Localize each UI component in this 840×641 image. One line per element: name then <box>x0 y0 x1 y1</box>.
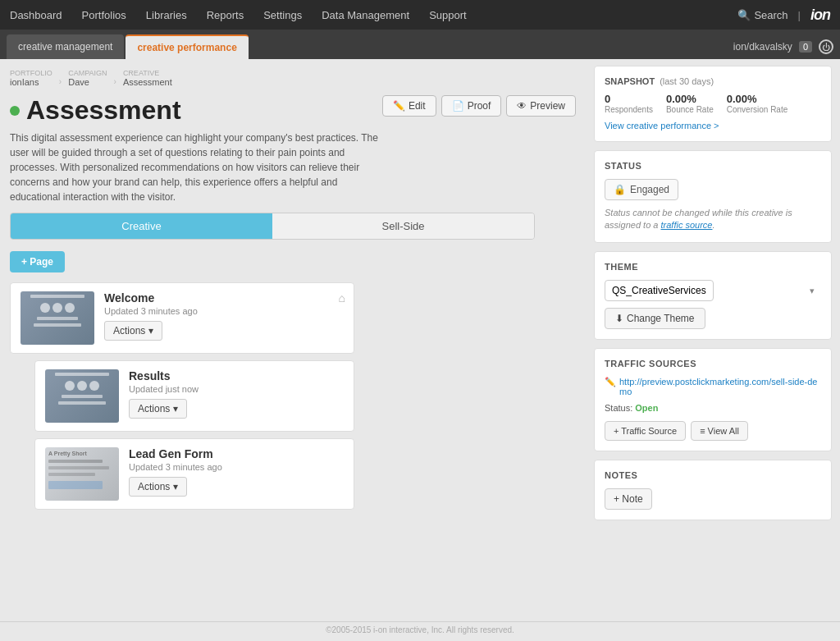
notes-card: NOTES + Note <box>594 460 832 520</box>
metric-bounce: 0.00% Bounce Rate <box>666 93 714 114</box>
traffic-sources-title: TRAFFIC SOURCES <box>605 359 821 369</box>
power-button[interactable]: ⏻ <box>819 39 833 54</box>
preview-icon: 👁 <box>517 100 527 112</box>
page-card-info-welcome: Welcome Updated 3 minutes ago Actions ▾ <box>104 291 344 341</box>
page-card-leadgen: A Pretty Short Lead Gen Form Updated 3 m… <box>34 438 354 510</box>
theme-select-row: QS_CreativeServicesDefaultBlueGreen <box>605 280 821 301</box>
actions-button-leadgen[interactable]: Actions ▾ <box>129 477 187 497</box>
metric-conversion: 0.00% Conversion Rate <box>727 93 788 114</box>
traffic-sources-card: TRAFFIC SOURCES ✏️ http://preview.postcl… <box>594 348 832 451</box>
nav-portfolios[interactable]: Portfolios <box>82 9 126 21</box>
app-logo: ion <box>810 7 830 24</box>
nav-data-management[interactable]: Data Management <box>322 9 409 21</box>
page-card-welcome: Welcome Updated 3 minutes ago Actions ▾ … <box>10 282 354 354</box>
page-thumb-leadgen: A Pretty Short <box>45 447 119 501</box>
right-panel: SNAPSHOT (last 30 days) 0 Respondents 0.… <box>586 59 840 621</box>
lock-icon: 🔒 <box>614 184 626 195</box>
page-card-info-leadgen: Lead Gen Form Updated 3 minutes ago Acti… <box>129 447 344 497</box>
tabs-row: creative management creative performance… <box>0 30 840 59</box>
page-updated-leadgen: Updated 3 minutes ago <box>129 462 344 472</box>
content-tabs: Creative Sell-Side <box>10 213 535 240</box>
header-right: ✏️ Edit 📄 Proof 👁 Preview <box>382 95 576 117</box>
notes-title: NOTES <box>605 470 821 480</box>
nav-settings[interactable]: Settings <box>263 9 302 21</box>
home-icon: ⌂ <box>339 291 345 304</box>
main-tabs: creative management creative performance <box>7 34 249 59</box>
page-name-leadgen: Lead Gen Form <box>129 447 344 460</box>
add-page-button[interactable]: + Page <box>10 251 65 272</box>
user-badge: 0 <box>799 41 812 53</box>
nav-dashboard[interactable]: Dashboard <box>10 9 62 21</box>
theme-select[interactable]: QS_CreativeServicesDefaultBlueGreen <box>605 280 714 301</box>
search-icon: 🔍 <box>737 9 751 21</box>
header-left: Assessment This digital assessment exper… <box>10 95 382 204</box>
actions-button-welcome[interactable]: Actions ▾ <box>104 321 162 341</box>
traffic-url[interactable]: http://preview.postclickmarketing.com/se… <box>619 377 821 396</box>
page-updated-welcome: Updated 3 minutes ago <box>104 306 344 316</box>
page-title: Assessment <box>26 95 181 126</box>
snapshot-card: SNAPSHOT (last 30 days) 0 Respondents 0.… <box>594 66 832 142</box>
tab-creative-management[interactable]: creative management <box>7 34 124 59</box>
page-card-results: Results Updated just now Actions ▾ <box>34 360 354 432</box>
edit-traffic-icon: ✏️ <box>605 377 616 387</box>
view-creative-performance-link[interactable]: View creative performance > <box>605 121 719 130</box>
theme-icon: ⬇ <box>615 313 623 324</box>
nav-support[interactable]: Support <box>429 9 467 21</box>
tab-creative-performance[interactable]: creative performance <box>126 34 248 59</box>
edit-icon: ✏️ <box>393 100 405 112</box>
chevron-down-icon-results: ▾ <box>173 403 178 414</box>
left-panel: PORTFOLIO ionIans › CAMPAIGN Dave › CREA… <box>0 59 586 621</box>
tab-creative[interactable]: Creative <box>11 213 272 239</box>
status-badge: 🔒 Engaged <box>605 179 678 200</box>
page-name-results: Results <box>129 369 344 382</box>
nav-libraries[interactable]: Libraries <box>146 9 187 21</box>
page-title-row: Assessment <box>10 95 382 126</box>
view-all-button[interactable]: ≡ View All <box>691 421 748 441</box>
search-area[interactable]: 🔍 Search <box>737 9 788 21</box>
theme-title: THEME <box>605 262 821 272</box>
theme-card: THEME QS_CreativeServicesDefaultBlueGree… <box>594 251 832 340</box>
chevron-down-icon-leadgen: ▾ <box>173 481 178 492</box>
status-value: Engaged <box>630 184 669 195</box>
traffic-source-link[interactable]: traffic source <box>661 220 713 230</box>
status-card: STATUS 🔒 Engaged Status cannot be change… <box>594 150 832 243</box>
status-note: Status cannot be changed while this crea… <box>605 207 821 232</box>
metric-respondents: 0 Respondents <box>605 93 653 114</box>
add-note-button[interactable]: + Note <box>605 488 652 510</box>
nav-links: Dashboard Portfolios Libraries Reports S… <box>10 9 467 21</box>
actions-button-results[interactable]: Actions ▾ <box>129 399 187 419</box>
top-nav: Dashboard Portfolios Libraries Reports S… <box>0 0 840 30</box>
add-traffic-source-button[interactable]: + Traffic Source <box>605 421 686 441</box>
breadcrumb: PORTFOLIO ionIans › CAMPAIGN Dave › CREA… <box>10 69 576 87</box>
user-label: ion/dkavalsky <box>733 41 792 53</box>
search-label[interactable]: Search <box>754 9 788 21</box>
status-dot <box>10 106 20 116</box>
nav-reports[interactable]: Reports <box>207 9 244 21</box>
page-thumb-welcome <box>21 291 94 345</box>
main-container: PORTFOLIO ionIans › CAMPAIGN Dave › CREA… <box>0 59 840 621</box>
chevron-down-icon: ▾ <box>148 325 153 337</box>
breadcrumb-campaign: CAMPAIGN Dave <box>68 69 107 87</box>
theme-select-wrapper: QS_CreativeServicesDefaultBlueGreen <box>605 280 821 301</box>
tab-sell-side[interactable]: Sell-Side <box>272 213 534 239</box>
breadcrumb-creative: CREATIVE Assessment <box>123 69 172 87</box>
change-theme-button[interactable]: ⬇ Change Theme <box>605 308 705 329</box>
header-content: Assessment This digital assessment exper… <box>10 95 576 204</box>
preview-button[interactable]: 👁 Preview <box>506 95 576 117</box>
proof-button[interactable]: 📄 Proof <box>441 95 502 117</box>
breadcrumb-portfolio: PORTFOLIO ionIans <box>10 69 52 87</box>
traffic-actions: + Traffic Source ≡ View All <box>605 421 821 441</box>
status-title: STATUS <box>605 161 821 171</box>
page-updated-results: Updated just now <box>129 384 344 394</box>
user-area: ion/dkavalsky 0 ⏻ <box>733 39 833 59</box>
snapshot-metrics: 0 Respondents 0.00% Bounce Rate 0.00% Co… <box>605 93 821 114</box>
nav-right: 🔍 Search | ion <box>737 7 830 24</box>
snapshot-header: SNAPSHOT (last 30 days) <box>605 76 821 86</box>
page-name-welcome: Welcome <box>104 291 344 304</box>
traffic-status: Status: Open <box>605 403 821 413</box>
footer: ©2005-2015 i-on interactive, Inc. All ri… <box>0 621 840 638</box>
edit-button[interactable]: ✏️ Edit <box>382 95 436 117</box>
proof-icon: 📄 <box>452 100 464 112</box>
page-card-info-results: Results Updated just now Actions ▾ <box>129 369 344 419</box>
traffic-status-value: Open <box>635 403 658 413</box>
